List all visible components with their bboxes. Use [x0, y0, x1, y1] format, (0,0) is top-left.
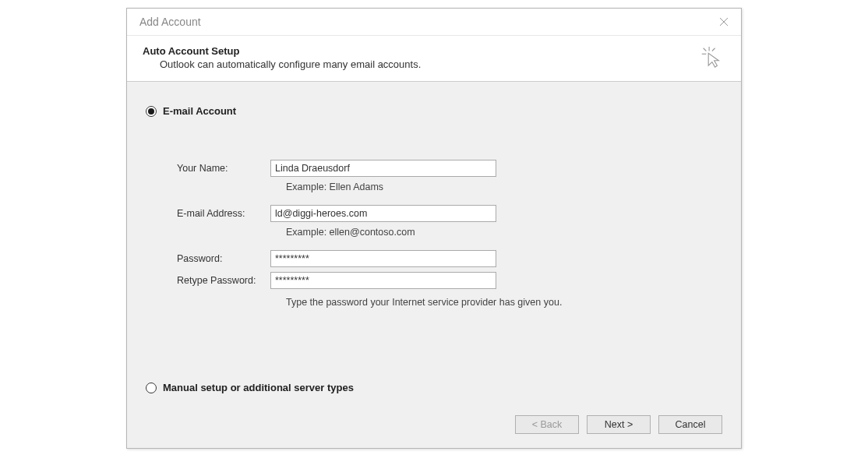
- password-row: Password:: [177, 250, 722, 267]
- svg-line-4: [704, 48, 707, 51]
- next-button[interactable]: Next >: [587, 415, 651, 434]
- cancel-button[interactable]: Cancel: [658, 415, 722, 434]
- retype-label: Retype Password:: [177, 275, 270, 286]
- manual-setup-radio-label: Manual setup or additional server types: [163, 382, 354, 393]
- name-row: Your Name:: [177, 160, 722, 177]
- name-input[interactable]: [270, 160, 496, 177]
- name-example: Example: Ellen Adams: [177, 182, 722, 192]
- wizard-header: Auto Account Setup Outlook can automatic…: [127, 36, 741, 82]
- close-button[interactable]: [715, 12, 733, 31]
- email-account-radio-label: E-mail Account: [163, 105, 236, 117]
- header-subtitle: Outlook can automatically configure many…: [143, 58, 699, 70]
- close-icon: [719, 17, 729, 26]
- wizard-footer-buttons: < Back Next > Cancel: [515, 415, 722, 434]
- header-title: Auto Account Setup: [143, 45, 699, 57]
- email-input[interactable]: [270, 205, 496, 222]
- wizard-header-text: Auto Account Setup Outlook can automatic…: [143, 45, 699, 70]
- manual-setup-radio[interactable]: [146, 383, 157, 393]
- add-account-dialog: Add Account Auto Account Setup Outlook c…: [126, 8, 742, 449]
- retype-password-input[interactable]: [270, 272, 496, 289]
- window-title: Add Account: [139, 16, 201, 28]
- name-label: Your Name:: [177, 163, 270, 174]
- email-label: E-mail Address:: [177, 208, 270, 219]
- email-row: E-mail Address:: [177, 205, 722, 222]
- email-account-radio[interactable]: [146, 106, 157, 117]
- cursor-click-icon: [699, 45, 722, 69]
- account-form: Your Name: Example: Ellen Adams E-mail A…: [146, 160, 722, 308]
- wizard-body: E-mail Account Your Name: Example: Ellen…: [127, 82, 741, 448]
- back-button[interactable]: < Back: [515, 415, 579, 434]
- password-input[interactable]: [270, 250, 496, 267]
- password-hint: Type the password your Internet service …: [177, 297, 722, 308]
- password-label: Password:: [177, 253, 270, 264]
- retype-row: Retype Password:: [177, 272, 722, 289]
- manual-setup-radio-row[interactable]: Manual setup or additional server types: [146, 382, 354, 393]
- email-example: Example: ellen@contoso.com: [177, 227, 722, 238]
- title-bar: Add Account: [127, 9, 741, 36]
- svg-line-5: [712, 48, 715, 51]
- email-account-radio-row[interactable]: E-mail Account: [146, 105, 722, 117]
